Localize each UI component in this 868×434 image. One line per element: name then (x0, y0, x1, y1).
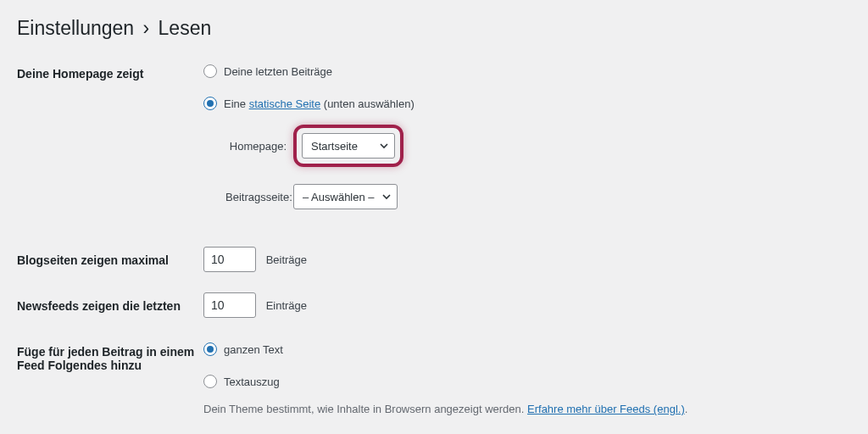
homepage-select-highlight: Startseite (293, 125, 403, 167)
homepage-option-posts-text: Deine letzten Beiträge (224, 65, 332, 78)
feed-content-full-text: ganzen Text (224, 343, 283, 356)
homepage-select[interactable]: Startseite (302, 133, 395, 159)
feed-content-excerpt-text: Textauszug (224, 376, 280, 388)
title-prefix: Einstellungen (17, 17, 134, 39)
title-separator: › (143, 17, 150, 39)
homepage-select-label: Homepage: (225, 140, 293, 153)
feed-content-excerpt-row: Textauszug (203, 370, 851, 392)
postspage-select-value: – Auswählen – (303, 191, 375, 203)
feed-content-full-row: ganzen Text (203, 338, 851, 360)
settings-table: Deine Homepage zeigt Deine letzten Beitr… (17, 60, 851, 434)
feed-max-unit: Einträge (266, 299, 307, 312)
chevron-down-icon (379, 141, 389, 151)
feed-content-excerpt-radio[interactable] (203, 375, 217, 388)
homepage-option-static-text: Eine statische Seite (unten auswählen) (224, 97, 415, 110)
feed-max-label: Newsfeeds zeigen die letzten (17, 292, 203, 338)
homepage-option-posts-row: Deine letzten Beiträge (203, 60, 851, 82)
postspage-select[interactable]: – Auswählen – (293, 184, 398, 209)
homepage-display-label: Deine Homepage zeigt (17, 60, 203, 247)
blog-max-input[interactable] (203, 247, 256, 272)
feed-content-full-radio[interactable] (203, 342, 217, 356)
homepage-option-posts-radio[interactable] (203, 64, 217, 78)
postspage-select-label: Beitragsseite: (225, 191, 293, 203)
title-suffix: Lesen (159, 17, 212, 39)
homepage-select-row: Homepage: Startseite (225, 125, 851, 167)
postspage-select-row: Beitragsseite: – Auswählen – (225, 184, 851, 209)
chevron-down-icon (381, 192, 392, 202)
blog-max-unit: Beiträge (266, 253, 307, 266)
feed-content-desc: Dein Theme bestimmt, wie Inhalte in Brow… (203, 403, 851, 415)
feeds-learn-more-link[interactable]: Erfahre mehr über Feeds (engl.) (527, 403, 685, 415)
blog-max-label: Blogseiten zeigen maximal (17, 247, 203, 292)
homepage-select-value: Startseite (311, 140, 358, 153)
homepage-option-static-radio[interactable] (203, 97, 217, 110)
static-page-link[interactable]: statische Seite (249, 97, 321, 110)
feed-max-input[interactable] (203, 292, 256, 318)
homepage-option-static-row: Eine statische Seite (unten auswählen) (203, 92, 851, 114)
page-title: Einstellungen › Lesen (17, 17, 851, 40)
feed-content-label: Füge für jeden Beitrag in einem Feed Fol… (17, 338, 203, 434)
